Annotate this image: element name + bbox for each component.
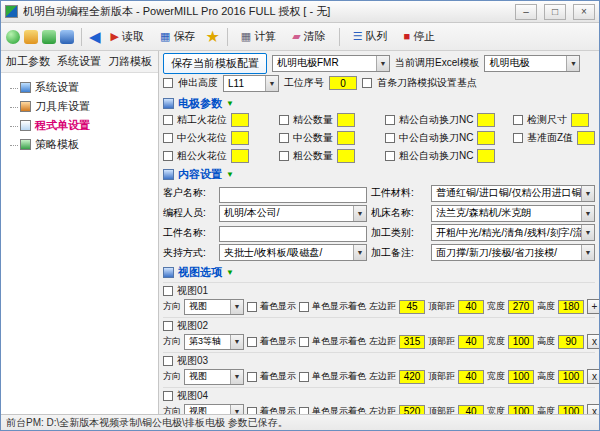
view-height-input[interactable] [558,335,584,349]
view-top-input[interactable] [458,370,484,384]
menu-item-system-settings[interactable]: 系统设置 [54,52,104,71]
excel-template-combo[interactable]: 机明电极 ▼ [484,55,580,72]
mid-autotool-checkbox[interactable] [385,133,395,143]
template-combo[interactable]: 机明电极FMR ▼ [272,55,390,72]
disk-icon[interactable] [60,30,74,44]
shaded-display-checkbox[interactable] [247,407,257,415]
queue-button[interactable]: ☰ 队列 [347,26,394,47]
tree-item-tool-library[interactable]: 刀具库设置 [4,97,155,116]
view-checkbox[interactable] [163,286,173,296]
view-direction-combo[interactable]: 视图▼ [184,369,244,385]
sphere-icon[interactable] [6,30,20,44]
view-top-input[interactable] [458,300,484,314]
save-template-button[interactable]: 保存当前模板配置 [163,53,267,74]
extend-height-value: L11 [228,78,244,89]
first-toolpath-checkbox[interactable] [362,78,372,88]
clear-button[interactable]: ▰ 清除 [286,26,331,47]
value-input[interactable] [337,131,355,145]
check-size-checkbox[interactable] [513,115,523,125]
view-left-input[interactable] [399,300,425,314]
blue-arrow-icon[interactable]: ◀ [89,30,101,44]
view-width-input[interactable] [508,370,534,384]
rough-count-checkbox[interactable] [279,151,289,161]
extend-height-combo[interactable]: L11 ▼ [223,75,279,92]
fine-autotool-checkbox[interactable] [385,115,395,125]
gear-icon[interactable] [24,30,38,44]
customer-name-input[interactable] [219,187,367,203]
mono-display-checkbox[interactable] [299,372,309,382]
stop-icon: ■ [404,31,411,42]
shaded-display-checkbox[interactable] [247,372,257,382]
tree-item-system-settings[interactable]: 系统设置 [4,78,155,97]
value-input[interactable] [477,131,495,145]
stop-button[interactable]: ■ 停止 [398,26,442,47]
calculate-button[interactable]: ▦ 计算 [235,26,282,47]
value-input[interactable] [337,149,355,163]
value-input[interactable] [571,113,589,127]
tree-item-program-sheet[interactable]: 程式单设置 [4,116,155,135]
machine-name-combo[interactable]: 法兰克/森精机/米克朗▼ [431,205,595,222]
view-left-input[interactable] [399,405,425,415]
read-button[interactable]: ▶ 读取 [105,26,150,47]
view-direction-combo[interactable]: 视图▼ [184,299,244,315]
view-height-input[interactable] [558,405,584,415]
view-direction-combo[interactable]: 视图▼ [184,404,244,415]
plus-icon[interactable] [42,30,56,44]
view-height-input[interactable] [558,300,584,314]
view-left-input[interactable] [399,370,425,384]
collapse-arrow-icon[interactable]: ▼ [226,170,234,179]
value-input[interactable] [231,113,249,127]
extend-height-checkbox[interactable] [163,78,173,88]
view-direction-combo[interactable]: 第3等轴▼ [184,334,244,350]
remove-view-button[interactable]: x [587,404,599,414]
shaded-display-checkbox[interactable] [247,337,257,347]
star-icon[interactable]: ★ [205,27,219,46]
tree-item-strategy-template[interactable]: 策略模板 [4,135,155,154]
view-width-input[interactable] [508,335,534,349]
rough-spark-checkbox[interactable] [163,151,173,161]
value-input[interactable] [231,149,249,163]
view-top-input[interactable] [458,335,484,349]
station-number-input[interactable] [329,76,357,90]
programmer-combo[interactable]: 机明/本公司/▼ [219,205,367,222]
mono-display-checkbox[interactable] [299,407,309,415]
menu-item-toolpath-template[interactable]: 刀路模板 [105,52,155,71]
datum-z-checkbox[interactable] [513,133,523,143]
collapse-arrow-icon[interactable]: ▼ [226,268,234,277]
mono-display-checkbox[interactable] [299,337,309,347]
value-input[interactable] [337,113,355,127]
rough-autotool-checkbox[interactable] [385,151,395,161]
remove-view-button[interactable]: x [587,334,599,349]
save-button[interactable]: ▦ 保存 [154,26,201,47]
value-input[interactable] [231,131,249,145]
close-button[interactable]: × [573,4,595,20]
mid-spark-checkbox[interactable] [163,133,173,143]
shaded-display-checkbox[interactable] [247,302,257,312]
remove-view-button[interactable]: x [587,369,599,384]
view-checkbox[interactable] [163,391,173,401]
fine-spark-checkbox[interactable] [163,115,173,125]
add-view-button[interactable]: + [587,299,599,314]
value-input[interactable] [477,113,495,127]
minimize-button[interactable]: – [515,4,537,20]
mid-count-checkbox[interactable] [279,133,289,143]
value-input[interactable] [477,149,495,163]
view-width-input[interactable] [508,405,534,415]
machining-note-combo[interactable]: 面刀撑/新刀/接极/省刀接模/▼ [431,244,595,261]
view-height-input[interactable] [558,370,584,384]
material-combo[interactable]: 普通红铜/进口铜/仅精公用进口铜▼ [431,185,595,202]
menu-item-machining-params[interactable]: 加工参数 [3,52,53,71]
view-width-input[interactable] [508,300,534,314]
workpiece-name-input[interactable] [219,226,367,242]
view-checkbox[interactable] [163,321,173,331]
view-checkbox[interactable] [163,356,173,366]
machining-type-combo[interactable]: 开粗/中光/精光/清角/残料/刻字/流道/▼ [431,224,595,241]
maximize-button[interactable]: □ [544,4,566,20]
value-input[interactable] [577,131,595,145]
clamping-method-combo[interactable]: 夹批士/收料板/吸磁盘/▼ [219,244,367,261]
collapse-arrow-icon[interactable]: ▼ [226,99,234,108]
fine-count-checkbox[interactable] [279,115,289,125]
mono-display-checkbox[interactable] [299,302,309,312]
view-top-input[interactable] [458,405,484,415]
view-left-input[interactable] [399,335,425,349]
